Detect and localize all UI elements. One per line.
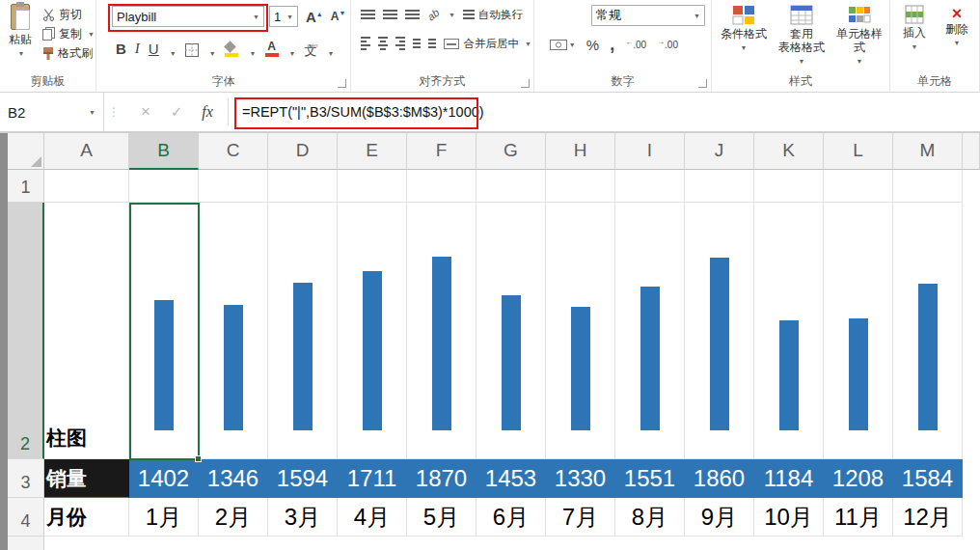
name-box[interactable]: B2 ▼ — [0, 93, 104, 131]
cell-L4[interactable]: 11月 — [824, 498, 893, 536]
bold-button[interactable]: B — [116, 41, 126, 57]
font-color-button[interactable]: A — [265, 41, 279, 57]
column-header-I[interactable]: I — [615, 133, 685, 170]
underline-button[interactable]: U — [149, 41, 159, 57]
cell-F3[interactable]: 1870 — [407, 459, 476, 498]
cell-M3[interactable]: 1584 — [893, 459, 963, 498]
copy-button[interactable]: 复制 ▼ — [42, 26, 95, 41]
cell-H1[interactable] — [546, 170, 615, 203]
conditional-formatting-button[interactable]: 条件格式 ▼ — [716, 4, 772, 69]
cell-C2[interactable] — [199, 203, 268, 459]
increase-indent-icon[interactable] — [428, 39, 436, 48]
cell-E1[interactable] — [338, 170, 407, 203]
borders-icon[interactable] — [185, 43, 199, 57]
cell-I4[interactable]: 8月 — [615, 498, 685, 536]
cell-L3[interactable]: 1208 — [824, 459, 893, 498]
comma-style-button[interactable]: , — [610, 35, 614, 55]
align-bottom-icon[interactable] — [405, 10, 420, 19]
column-header-D[interactable]: D — [268, 133, 338, 170]
cell-M2[interactable] — [893, 203, 963, 459]
chevron-down-icon[interactable]: ▼ — [449, 12, 455, 18]
select-all-corner[interactable] — [8, 133, 44, 170]
cell-F2[interactable] — [407, 203, 476, 459]
cell-J3[interactable]: 1860 — [685, 459, 754, 498]
cell-K2[interactable] — [754, 203, 824, 459]
formula-input[interactable]: =REPT("|",B3/SUM($B$3:$M$3)*1000) — [242, 93, 484, 131]
wrap-text-button[interactable]: 自动换行 — [463, 8, 523, 22]
insert-cells-button[interactable]: 插入 ▼ — [894, 4, 935, 54]
font-name-combobox[interactable]: Playbill ▼ — [112, 6, 264, 27]
cell-K4[interactable]: 10月 — [754, 498, 824, 536]
cell-I1[interactable] — [615, 170, 685, 203]
number-format-combobox[interactable]: 常规 ▼ — [591, 5, 705, 26]
italic-button[interactable]: I — [135, 41, 140, 57]
align-middle-icon[interactable] — [383, 10, 397, 19]
cell-I2[interactable] — [615, 203, 685, 459]
delete-cells-button[interactable]: × 删除 ▼ — [937, 4, 977, 54]
cell-K1[interactable] — [754, 170, 824, 203]
cell-G2[interactable] — [476, 203, 546, 459]
row-header-3[interactable]: 3 — [8, 459, 44, 498]
cell-I3[interactable]: 1551 — [615, 459, 685, 498]
cell-B4[interactable]: 1月 — [129, 498, 199, 536]
column-header-J[interactable]: J — [685, 133, 754, 170]
cell-D2[interactable] — [268, 203, 338, 459]
cell-J4[interactable]: 9月 — [685, 498, 754, 536]
column-header-K[interactable]: K — [754, 133, 824, 170]
column-header-M[interactable]: M — [893, 133, 963, 170]
cell-E2[interactable] — [338, 203, 407, 459]
cell-A1[interactable] — [44, 170, 129, 203]
enter-button[interactable]: ✓ — [164, 93, 189, 131]
cell-H3[interactable]: 1330 — [546, 459, 615, 498]
column-header-B[interactable]: B — [129, 133, 199, 170]
format-painter-button[interactable]: 格式刷 — [42, 45, 95, 61]
column-header-H[interactable]: H — [546, 133, 615, 170]
cell-styles-button[interactable]: 单元格样式 ▼ — [831, 4, 887, 69]
cell-C4[interactable]: 2月 — [199, 498, 268, 536]
column-header-G[interactable]: G — [476, 133, 546, 170]
decrease-decimal-button[interactable]: →.00 — [657, 38, 678, 50]
cell-C1[interactable] — [199, 170, 268, 203]
paste-button[interactable]: 粘贴 ▼ — [4, 4, 37, 76]
cell-F4[interactable]: 5月 — [407, 498, 476, 536]
cell-C3[interactable]: 1346 — [199, 459, 268, 498]
chevron-down-icon[interactable]: ▼ — [250, 50, 257, 57]
shrink-font-button[interactable]: A▼ — [331, 10, 346, 23]
cell-D4[interactable]: 3月 — [268, 498, 338, 536]
chevron-down-icon[interactable]: ▼ — [327, 50, 334, 57]
cell-H4[interactable]: 7月 — [546, 498, 615, 536]
fill-handle[interactable] — [195, 455, 202, 462]
cut-button[interactable]: 剪切 — [42, 7, 95, 22]
cell-H2[interactable] — [546, 203, 615, 459]
column-header-F[interactable]: F — [407, 133, 476, 170]
column-header-L[interactable]: L — [824, 133, 893, 170]
percent-style-button[interactable]: % — [586, 37, 599, 53]
cell-A3[interactable]: 销量 — [44, 459, 129, 498]
align-left-icon[interactable] — [361, 37, 370, 50]
cell-B1[interactable] — [129, 170, 199, 203]
align-top-icon[interactable] — [361, 10, 375, 19]
cell-G4[interactable]: 6月 — [476, 498, 546, 536]
insert-function-button[interactable]: fx — [195, 93, 220, 131]
chevron-down-icon[interactable]: ▼ — [209, 50, 216, 57]
cell-M1[interactable] — [893, 170, 963, 203]
cell-J2[interactable] — [685, 203, 754, 459]
cell-M4[interactable]: 12月 — [893, 498, 963, 536]
column-header-E[interactable]: E — [338, 133, 407, 170]
formula-bar-splitter[interactable]: ⋮ — [108, 93, 120, 131]
cell-A2[interactable]: 柱图 — [44, 203, 129, 459]
cell-K3[interactable]: 1184 — [754, 459, 824, 498]
font-size-combobox[interactable]: 1 ▼ — [269, 6, 298, 27]
chevron-down-icon[interactable]: ▼ — [170, 50, 177, 57]
cell-B2[interactable] — [129, 203, 199, 459]
cancel-button[interactable]: × — [133, 93, 158, 131]
fill-color-button[interactable] — [225, 41, 239, 57]
cell-G3[interactable]: 1453 — [476, 459, 546, 498]
grow-font-button[interactable]: A▲ — [306, 9, 323, 25]
decrease-indent-icon[interactable] — [413, 39, 421, 48]
orientation-button[interactable]: ab — [424, 7, 441, 23]
cell-E4[interactable]: 4月 — [338, 498, 407, 536]
cell-D3[interactable]: 1594 — [268, 459, 338, 498]
align-center-icon[interactable] — [378, 37, 388, 50]
phonetic-guide-button[interactable]: wén文 — [304, 44, 316, 57]
